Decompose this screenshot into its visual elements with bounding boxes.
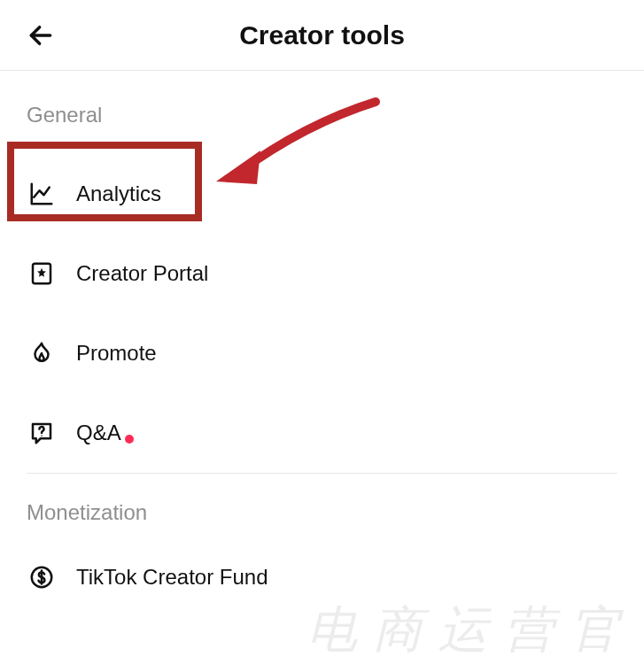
back-button[interactable] — [23, 18, 58, 53]
header: Creator tools — [0, 0, 644, 71]
menu-item-label: TikTok Creator Fund — [76, 565, 268, 590]
section-label-monetization: Monetization — [0, 500, 644, 525]
analytics-icon — [27, 179, 57, 209]
notification-dot-icon — [125, 435, 134, 444]
menu-monetization: TikTok Creator Fund — [0, 537, 644, 617]
svg-point-3 — [41, 435, 43, 436]
menu-item-qa[interactable]: Q&A — [0, 393, 644, 473]
menu-item-analytics[interactable]: Analytics — [0, 154, 644, 234]
menu-general: Analytics Creator Portal Promote — [0, 154, 644, 473]
menu-item-creator-fund[interactable]: TikTok Creator Fund — [0, 537, 644, 617]
menu-item-creator-portal[interactable]: Creator Portal — [0, 234, 644, 313]
menu-item-label: Analytics — [76, 181, 161, 206]
divider — [27, 473, 617, 474]
qa-icon — [27, 418, 57, 448]
menu-item-promote[interactable]: Promote — [0, 313, 644, 393]
page-title: Creator tools — [18, 20, 626, 50]
back-arrow-icon — [27, 21, 55, 50]
menu-item-label: Creator Portal — [76, 261, 208, 286]
menu-item-label: Promote — [76, 341, 157, 366]
svg-marker-2 — [37, 268, 46, 277]
portal-icon — [27, 259, 57, 289]
flame-icon — [27, 338, 57, 368]
section-label-general: General — [0, 103, 644, 127]
menu-item-label: Q&A — [76, 421, 121, 444]
dollar-circle-icon — [27, 562, 57, 592]
